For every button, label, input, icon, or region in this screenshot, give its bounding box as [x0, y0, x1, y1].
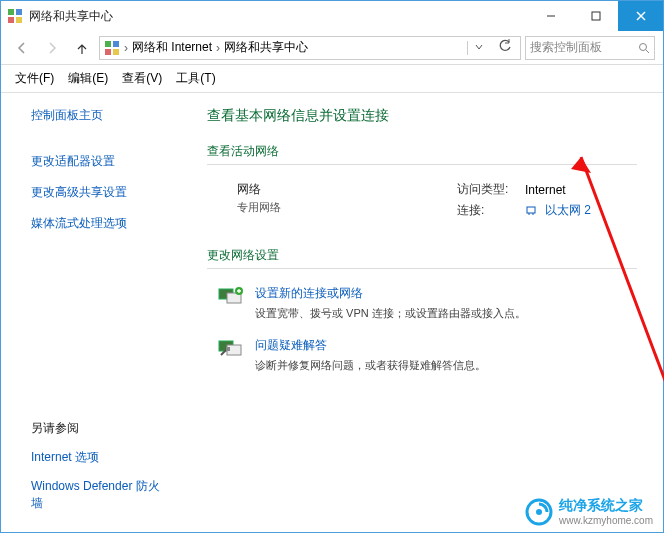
troubleshoot-icon	[217, 337, 245, 361]
crumb-network-internet[interactable]: 网络和 Internet	[132, 39, 212, 56]
svg-line-13	[646, 50, 649, 53]
active-network-row: 网络 专用网络 访问类型: Internet 连接: 以太网 2	[207, 181, 637, 219]
watermark-name: 纯净系统之家	[559, 497, 653, 515]
sidebar: 控制面板主页 更改适配器设置 更改高级共享设置 媒体流式处理选项 另请参阅 In…	[1, 93, 171, 532]
chevron-down-icon	[474, 42, 484, 52]
svg-rect-14	[527, 207, 535, 213]
active-network-heading: 查看活动网络	[207, 143, 637, 160]
close-button[interactable]	[618, 1, 663, 31]
breadcrumb-dropdown[interactable]	[467, 41, 490, 55]
svg-rect-3	[16, 17, 22, 23]
breadcrumb[interactable]: › 网络和 Internet › 网络和共享中心	[99, 36, 521, 60]
search-input[interactable]: 搜索控制面板	[525, 36, 655, 60]
new-connection-icon	[217, 285, 245, 309]
watermark-logo-icon	[525, 498, 553, 526]
maximize-button[interactable]	[573, 1, 618, 31]
control-panel-home-link[interactable]: 控制面板主页	[31, 107, 171, 124]
defender-firewall-link[interactable]: Windows Defender 防火墙	[31, 478, 171, 512]
network-name: 网络	[237, 181, 457, 198]
back-button[interactable]	[9, 35, 35, 61]
troubleshoot-link[interactable]: 问题疑难解答	[255, 338, 327, 352]
watermark: 纯净系统之家 www.kzmyhome.com	[525, 497, 653, 526]
crumb-sep: ›	[216, 41, 220, 55]
advanced-sharing-link[interactable]: 更改高级共享设置	[31, 184, 171, 201]
menu-view[interactable]: 查看(V)	[122, 70, 162, 87]
menu-bar: 文件(F) 编辑(E) 查看(V) 工具(T)	[1, 65, 663, 93]
svg-rect-5	[592, 12, 600, 20]
connection-label: 连接:	[457, 202, 517, 219]
svg-point-26	[536, 509, 542, 515]
svg-rect-11	[113, 49, 119, 55]
svg-rect-1	[16, 9, 22, 15]
close-icon	[636, 11, 646, 21]
crumb-sep: ›	[124, 41, 128, 55]
task-troubleshoot: 问题疑难解答 诊断并修复网络问题，或者获得疑难解答信息。	[207, 337, 637, 373]
access-type-label: 访问类型:	[457, 181, 517, 198]
svg-rect-22	[226, 347, 230, 351]
page-title: 查看基本网络信息并设置连接	[207, 107, 637, 125]
main-panel: 查看基本网络信息并设置连接 查看活动网络 网络 专用网络 访问类型: Inter…	[171, 93, 663, 532]
divider	[207, 268, 637, 269]
titlebar: 网络和共享中心	[1, 1, 663, 31]
minimize-button[interactable]	[528, 1, 573, 31]
svg-rect-0	[8, 9, 14, 15]
internet-options-link[interactable]: Internet 选项	[31, 449, 171, 466]
troubleshoot-desc: 诊断并修复网络问题，或者获得疑难解答信息。	[255, 358, 486, 373]
new-connection-desc: 设置宽带、拨号或 VPN 连接；或设置路由器或接入点。	[255, 306, 526, 321]
svg-rect-10	[105, 49, 111, 55]
control-panel-icon	[104, 40, 120, 56]
menu-file[interactable]: 文件(F)	[15, 70, 54, 87]
menu-tools[interactable]: 工具(T)	[176, 70, 215, 87]
search-icon	[638, 42, 650, 54]
crumb-network-sharing[interactable]: 网络和共享中心	[224, 39, 308, 56]
maximize-icon	[591, 11, 601, 21]
menu-edit[interactable]: 编辑(E)	[68, 70, 108, 87]
minimize-icon	[546, 11, 556, 21]
network-profile: 专用网络	[237, 200, 457, 215]
svg-point-12	[640, 43, 647, 50]
media-streaming-link[interactable]: 媒体流式处理选项	[31, 215, 171, 232]
refresh-button[interactable]	[494, 39, 516, 56]
task-new-connection: 设置新的连接或网络 设置宽带、拨号或 VPN 连接；或设置路由器或接入点。	[207, 285, 637, 321]
body: 控制面板主页 更改适配器设置 更改高级共享设置 媒体流式处理选项 另请参阅 In…	[1, 93, 663, 532]
watermark-url: www.kzmyhome.com	[559, 515, 653, 526]
nav-bar: › 网络和 Internet › 网络和共享中心 搜索控制面板	[1, 31, 663, 65]
access-type-value: Internet	[525, 183, 566, 197]
app-icon	[7, 8, 23, 24]
svg-rect-2	[8, 17, 14, 23]
svg-rect-9	[113, 41, 119, 47]
change-adapter-link[interactable]: 更改适配器设置	[31, 153, 171, 170]
connection-link[interactable]: 以太网 2	[545, 202, 591, 219]
window-title: 网络和共享中心	[29, 8, 528, 25]
divider	[207, 164, 637, 165]
arrow-left-icon	[15, 41, 29, 55]
forward-button[interactable]	[39, 35, 65, 61]
new-connection-link[interactable]: 设置新的连接或网络	[255, 286, 363, 300]
search-placeholder: 搜索控制面板	[530, 39, 602, 56]
refresh-icon	[498, 39, 512, 53]
up-button[interactable]	[69, 35, 95, 61]
window-frame: 网络和共享中心 › 网络和 Internet › 网络	[0, 0, 664, 533]
ethernet-icon	[525, 205, 537, 217]
arrow-up-icon	[75, 41, 89, 55]
svg-rect-8	[105, 41, 111, 47]
change-network-heading: 更改网络设置	[207, 247, 637, 264]
arrow-right-icon	[45, 41, 59, 55]
see-also-heading: 另请参阅	[31, 420, 171, 437]
